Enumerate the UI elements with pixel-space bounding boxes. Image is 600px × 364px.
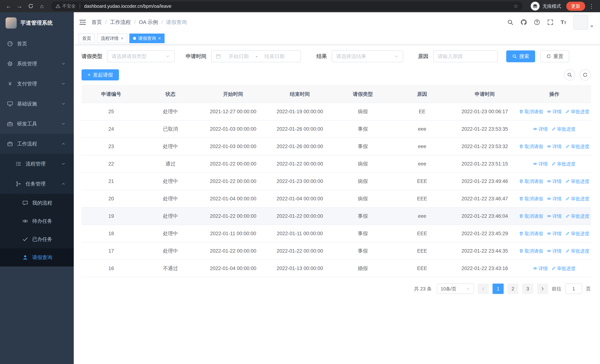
reason-input[interactable] [438, 54, 493, 59]
sidebar-item-home[interactable]: 首页 [0, 34, 74, 54]
tab-home[interactable]: 首页 [79, 34, 95, 43]
table-tools [564, 69, 591, 80]
sidebar-item-done-tasks[interactable]: 已办任务 [0, 230, 74, 248]
reload-icon[interactable] [26, 1, 36, 11]
cancel-leave-link[interactable]: 取消请假 [519, 248, 543, 254]
sidebar-item-task-management[interactable]: 任务管理 [0, 174, 74, 194]
page-size-select[interactable]: 10条/页 [437, 284, 474, 294]
approval-progress-link[interactable]: 审批进度 [552, 161, 576, 167]
breadcrumb-item[interactable]: 工作流程 [110, 19, 131, 26]
chevron-down-icon [466, 287, 470, 291]
approval-progress-link[interactable]: 审批进度 [565, 178, 590, 184]
sidebar-logo-row[interactable]: 芋道管理系统 [0, 12, 74, 34]
leave-type-label: 请假类型 [82, 53, 102, 60]
toggle-search-button[interactable] [564, 69, 575, 80]
result-select[interactable]: 请选择流结果 [332, 50, 403, 62]
chevron-down-icon [61, 121, 66, 126]
create-leave-label: 发起请假 [93, 72, 113, 78]
sidebar-item-payment-management[interactable]: ¥支付管理 [0, 74, 74, 94]
not-secure-badge[interactable]: 不安全 [56, 3, 75, 9]
github-icon[interactable] [521, 19, 527, 25]
collapse-sidebar-icon[interactable] [79, 19, 86, 26]
page-button-2[interactable]: 2 [507, 284, 518, 294]
sidebar-item-dev-tools[interactable]: 研发工具 [0, 114, 74, 134]
breadcrumb-separator: / [134, 19, 136, 25]
page-button-1[interactable]: 1 [493, 284, 504, 294]
sidebar-item-workflow[interactable]: 工作流程 [0, 134, 74, 154]
fullscreen-icon[interactable] [547, 19, 553, 25]
tab-process-detail[interactable]: 流程详情× [97, 34, 127, 43]
close-tab-icon[interactable]: × [121, 36, 123, 41]
end-time-cell: 2022-01-26 00:00:00 [266, 138, 334, 155]
approval-progress-link[interactable]: 审批进度 [565, 196, 590, 202]
cancel-leave-link[interactable]: 取消请假 [519, 231, 543, 237]
sidebar-item-process-management[interactable]: 流程管理 [0, 154, 74, 174]
refresh-table-button[interactable] [580, 69, 591, 80]
end-time-cell: 2022-01-22 00:00:00 [266, 155, 334, 173]
sidebar-item-todo-tasks[interactable]: 待办任务 [0, 212, 74, 230]
approval-progress-link[interactable]: 审批进度 [552, 265, 576, 271]
edit-icon [565, 214, 570, 218]
close-tab-icon[interactable]: × [158, 36, 161, 41]
search-icon[interactable] [507, 19, 514, 25]
help-icon[interactable] [534, 19, 540, 25]
apply-time-cell: 2022-01-22 23:49:46 [452, 173, 517, 190]
detail-link[interactable]: 详情 [547, 196, 562, 202]
next-page-button[interactable] [537, 284, 548, 294]
search-icon [567, 72, 572, 77]
approval-progress-link[interactable]: 审批进度 [565, 231, 590, 237]
cancel-leave-link[interactable]: 取消请假 [519, 213, 543, 219]
bookmark-star-icon[interactable]: ☆ [514, 3, 518, 9]
detail-link[interactable]: 详情 [547, 178, 562, 184]
detail-link[interactable]: 详情 [533, 265, 548, 271]
detail-link[interactable]: 详情 [547, 248, 562, 254]
cancel-leave-link[interactable]: 取消请假 [519, 143, 543, 149]
column-header-7: 操作 [517, 85, 591, 103]
font-size-icon[interactable]: TT [561, 19, 566, 25]
prev-page-button[interactable] [478, 284, 489, 294]
approval-progress-link[interactable]: 审批进度 [565, 248, 590, 254]
detail-link[interactable]: 详情 [547, 213, 562, 219]
approval-progress-link[interactable]: 审批进度 [565, 109, 590, 115]
browser-menu-icon[interactable]: ⋮ [587, 1, 596, 11]
leave-type-select[interactable]: 请选择请假类型 [107, 50, 175, 62]
action-label: 审批进度 [557, 126, 576, 132]
sidebar-item-my-processes[interactable]: 我的流程 [0, 194, 74, 212]
delete-icon [519, 214, 524, 218]
browser-home-icon[interactable]: ⌂ [37, 1, 47, 11]
detail-link[interactable]: 详情 [547, 143, 562, 149]
reason-cell: eee [392, 120, 452, 138]
breadcrumb-item[interactable]: 首页 [92, 19, 102, 26]
back-icon[interactable]: ← [4, 1, 13, 11]
approval-progress-link[interactable]: 审批进度 [565, 213, 590, 219]
sidebar-item-infrastructure[interactable]: 基础设施 [0, 94, 74, 114]
actions-cell: 取消请假详情审批进度 [517, 103, 591, 120]
approval-progress-link[interactable]: 审批进度 [552, 126, 576, 132]
cancel-leave-link[interactable]: 取消请假 [519, 178, 543, 184]
detail-link[interactable]: 详情 [547, 231, 562, 237]
tab-leave-query[interactable]: 请假查询× [129, 34, 165, 43]
cancel-leave-link[interactable]: 取消请假 [519, 109, 543, 115]
apply-time-range-picker[interactable]: 开始日期 - 结束日期 [211, 50, 301, 62]
sidebar-item-label: 基础设施 [17, 101, 37, 107]
detail-link[interactable]: 详情 [533, 126, 548, 132]
cancel-leave-link[interactable]: 取消请假 [519, 196, 543, 202]
breadcrumb-separator: / [161, 19, 163, 25]
forward-icon[interactable]: → [15, 1, 24, 11]
create-leave-button[interactable]: + 发起请假 [82, 69, 119, 80]
detail-link[interactable]: 详情 [547, 109, 562, 115]
chrome-update-button[interactable]: 更新 [566, 2, 585, 11]
dashboard-icon [7, 41, 13, 47]
page-button-3[interactable]: 3 [522, 284, 533, 294]
reset-button[interactable]: 重置 [540, 50, 569, 62]
approval-progress-link[interactable]: 审批进度 [565, 143, 590, 149]
url-bar[interactable]: 不安全 dashboard.yudao.iocoder.cn/bpm/oa/le… [51, 1, 523, 11]
detail-link[interactable]: 详情 [533, 161, 548, 167]
breadcrumb-item[interactable]: OA 示例 [139, 19, 158, 26]
sidebar-item-leave-query[interactable]: 请假查询 [0, 248, 74, 267]
goto-page-input[interactable] [567, 286, 580, 292]
sidebar-item-system-management[interactable]: 系统管理 [0, 54, 74, 74]
search-button[interactable]: 搜索 [506, 50, 535, 62]
result-label: 结果 [317, 53, 327, 60]
user-menu[interactable] [573, 15, 593, 30]
